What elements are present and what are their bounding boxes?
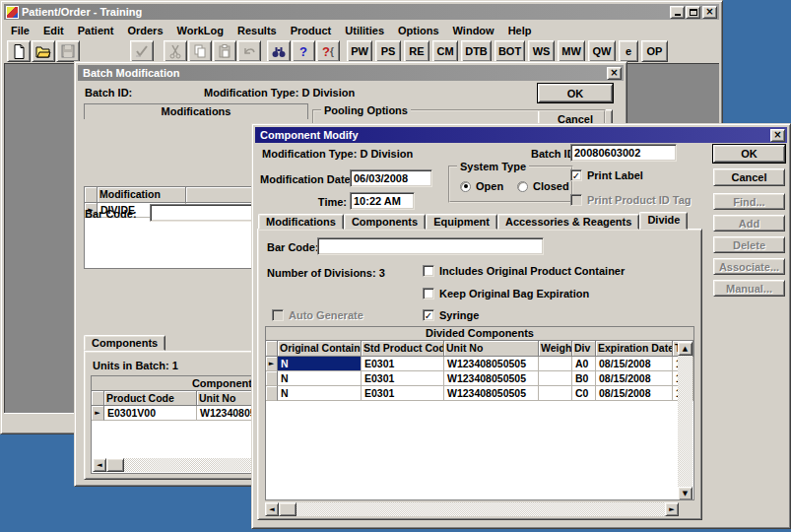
scroll-left-button[interactable]: ◄ (93, 458, 106, 472)
modification-date-input[interactable] (350, 169, 432, 187)
open-radio-label: Open (476, 180, 503, 192)
toolbar-mw-button[interactable]: MW (558, 40, 585, 62)
save-icon (60, 43, 76, 59)
cancel-button[interactable]: Cancel (713, 168, 785, 186)
menu-results[interactable]: Results (231, 23, 284, 38)
system-type-label: System Type (457, 161, 529, 172)
menu-product[interactable]: Product (284, 23, 339, 38)
checkbox-checked-icon: ✓ (423, 309, 434, 321)
scrollbar-thumb[interactable] (106, 458, 124, 472)
scrollbar-track[interactable] (678, 356, 692, 487)
toolbar-pw-button[interactable]: PW (347, 40, 372, 62)
copy-button[interactable] (188, 40, 212, 62)
context-help-button[interactable]: ?{ (316, 40, 340, 62)
undo-button[interactable] (237, 40, 261, 62)
component-modify-dialog: Component Modify × Modification Type: D … (251, 123, 791, 529)
paste-button[interactable] (213, 40, 236, 62)
menu-options[interactable]: Options (391, 23, 446, 38)
toolbar-bot-button[interactable]: BOT (494, 40, 525, 62)
close-button[interactable]: × (702, 6, 717, 19)
open-file-button[interactable] (32, 40, 55, 62)
print-label-checkbox[interactable]: ✓ Print Label (570, 169, 643, 181)
scroll-left-button[interactable]: ◄ (265, 502, 279, 516)
std-product-code-cell: E0301 (362, 386, 444, 401)
delete-button[interactable]: Delete (713, 236, 785, 253)
toolbar-ws-button[interactable]: WS (528, 40, 555, 62)
menu-file[interactable]: File (4, 23, 36, 38)
help-icon: ? (299, 44, 307, 59)
close-icon: × (610, 68, 618, 78)
menu-help[interactable]: Help (501, 23, 539, 38)
syringe-checkbox[interactable]: ✓ Syringe (423, 309, 479, 321)
menu-patient[interactable]: Patient (71, 23, 121, 38)
modify-close-button[interactable]: × (770, 129, 785, 142)
scrollbar-thumb[interactable] (279, 502, 297, 516)
maximize-button[interactable] (686, 6, 700, 19)
help-button[interactable]: ? (292, 40, 315, 62)
system-type-closed-radio[interactable]: Closed (517, 180, 569, 192)
toolbar-cm-button[interactable]: CM (432, 40, 458, 62)
spell-check-icon (134, 43, 150, 59)
system-type-group: System Type Open Closed (448, 166, 573, 203)
batch-close-button[interactable]: × (607, 67, 622, 80)
minimize-icon (675, 14, 681, 16)
associate-button[interactable]: Associate... (713, 258, 785, 275)
menu-orders[interactable]: Orders (120, 23, 169, 38)
toolbar-ps-button[interactable]: PS (375, 40, 401, 62)
toolbar-re-button[interactable]: RE (404, 40, 429, 62)
scroll-right-button[interactable]: ► (665, 502, 679, 516)
find-button[interactable] (267, 40, 291, 62)
scroll-up-button[interactable]: ▲ (678, 342, 692, 356)
vertical-scrollbar[interactable]: ▲ ▼ (678, 342, 692, 500)
divided-row-3[interactable]: N E0301 W123408050505 C0 08/15/2008 11 (266, 386, 693, 401)
checkbox-unchecked-icon: ✓ (423, 265, 434, 277)
menu-edit[interactable]: Edit (36, 23, 71, 38)
toolbar-op-button[interactable]: OP (641, 40, 668, 62)
toolbar-e-button[interactable]: e (619, 40, 638, 62)
main-titlebar[interactable]: Patient/Order - Training × (4, 4, 719, 20)
save-button[interactable] (56, 40, 80, 62)
horizontal-scrollbar[interactable]: ◄ ► (265, 502, 679, 516)
scroll-down-button[interactable]: ▼ (678, 487, 692, 500)
checkbox-disabled-icon: ✓ (570, 194, 582, 206)
add-button[interactable]: Add (713, 215, 785, 232)
checkbox-checked-icon: ✓ (570, 169, 582, 181)
manual-button[interactable]: Manual... (713, 280, 785, 297)
unit-no-cell: W123408050505 (444, 357, 539, 371)
new-document-button[interactable] (7, 40, 31, 62)
scrollbar-track[interactable] (297, 502, 665, 516)
system-type-open-radio[interactable]: Open (460, 180, 503, 192)
batch-dialog-titlebar[interactable]: Batch Modification × (78, 65, 624, 81)
menu-utilities[interactable]: Utilities (338, 23, 391, 38)
toolbar-qw-button[interactable]: QW (588, 40, 616, 62)
auto-generate-text: Auto Generate (289, 309, 363, 321)
print-product-id-tag-text: Print Product ID Tag (587, 194, 692, 206)
modify-dialog-titlebar[interactable]: Component Modify × (255, 127, 787, 143)
divided-row-1[interactable]: ► N E0301 W123408050505 A0 08/15/2008 11 (266, 357, 693, 371)
keep-original-bag-expiration-checkbox[interactable]: ✓ Keep Original Bag Expiration (423, 288, 589, 299)
radio-selected-icon (460, 181, 471, 192)
batch-id-input[interactable] (570, 144, 677, 162)
divided-row-2[interactable]: N E0301 W123408050505 B0 08/15/2008 11 (266, 371, 693, 386)
toolbar-dtb-button[interactable]: DTB (461, 40, 492, 62)
find-button[interactable]: Find... (713, 193, 785, 210)
tab-components[interactable]: Components (84, 335, 165, 351)
bar-code-input[interactable] (317, 237, 544, 255)
spell-check-button[interactable] (130, 40, 154, 62)
tab-equipment[interactable]: Equipment (426, 214, 497, 230)
cut-button[interactable] (164, 40, 187, 62)
menu-bar: File Edit Patient Orders WorkLog Results… (4, 22, 719, 38)
modify-dialog-title: Component Modify (257, 129, 769, 141)
includes-original-container-checkbox[interactable]: ✓ Includes Original Product Container (423, 265, 625, 277)
tab-strip: Modifications Components Equipment Acces… (258, 214, 688, 230)
tab-modifications[interactable]: Modifications (258, 214, 344, 230)
tab-divide[interactable]: Divide (639, 212, 688, 230)
menu-window[interactable]: Window (446, 23, 501, 38)
ok-button[interactable]: OK (538, 84, 613, 102)
minimize-button[interactable] (670, 6, 685, 19)
ok-button[interactable]: OK (713, 145, 785, 163)
menu-worklog[interactable]: WorkLog (170, 23, 231, 38)
tab-components[interactable]: Components (344, 214, 426, 230)
time-input[interactable] (350, 192, 415, 210)
tab-accessories-reagents[interactable]: Accessories & Reagents (497, 214, 639, 230)
